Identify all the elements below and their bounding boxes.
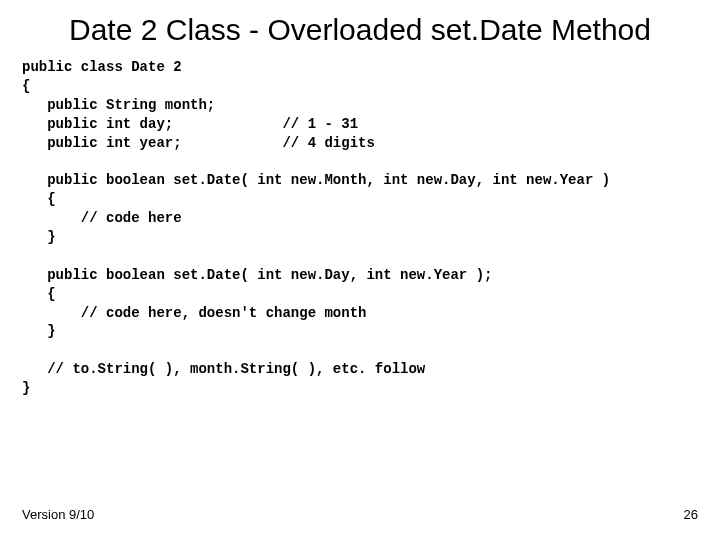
slide-footer: Version 9/10 26 — [22, 507, 698, 522]
slide-title: Date 2 Class - Overloaded set.Date Metho… — [0, 0, 720, 48]
code-block: public class Date 2 { public String mont… — [0, 48, 720, 398]
version-label: Version 9/10 — [22, 507, 94, 522]
page-number: 26 — [684, 507, 698, 522]
